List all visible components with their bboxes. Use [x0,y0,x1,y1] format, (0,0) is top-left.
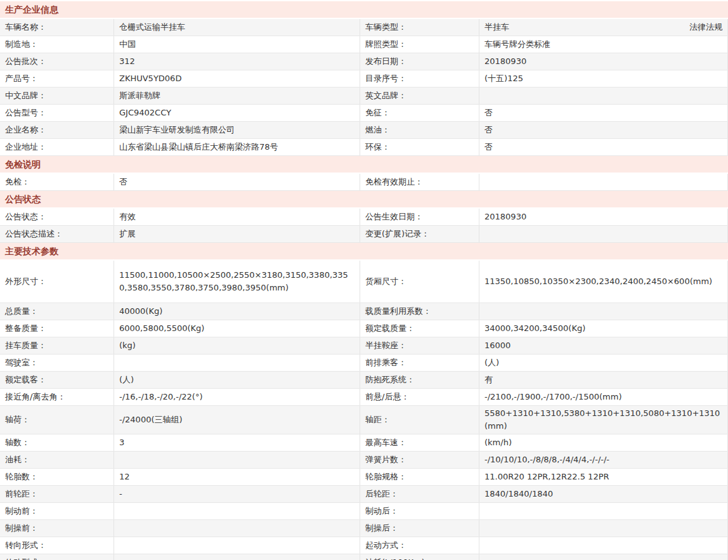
cell-text: 否 [484,124,493,136]
field-label: 制造地： [0,36,114,53]
field-label: 公告型号： [0,105,114,121]
cell-text: 后轮距： [365,488,398,500]
field-label: 弹簧片数： [360,452,479,468]
field-value [114,355,360,371]
field-label: 环保： [360,139,479,155]
field-label: 轴荷： [0,406,114,434]
field-label: 制操前： [0,520,114,537]
field-label: 后轮距： [360,486,479,502]
cell-text: 中文品牌： [5,89,46,102]
field-label: 转向形式： [0,537,114,554]
legal-link[interactable]: 法律法规 [689,21,722,34]
cell-text: 公告状态： [5,211,46,223]
cell-text: (km/h) [484,436,512,449]
field-label: 轴数： [0,434,114,451]
vehicle-info-table: 生产企业信息车辆名称：仓栅式运输半挂车车辆类型：半挂车法律法规制造地：中国牌照类… [0,0,728,560]
field-value [479,503,728,519]
table-row: 油耗：弹簧片数：-/10/10/10,-/8/8/8,-/4/4/4,-/-/-… [0,452,728,469]
field-value: 20180930 [479,53,728,70]
field-value: 半挂车法律法规 [479,19,728,36]
field-value: (人) [479,355,728,371]
field-value [479,520,728,537]
table-row: 产品号：ZKHUV5YD06D目录序号：(十五)125 [0,70,728,88]
table-row: 接近角/离去角：-/16,-/18,-/20,-/22(°)前悬/后悬：-/21… [0,389,728,406]
table-row: 挂车质量：(kg)半挂鞍座：16000 [0,337,728,355]
cell-text: 3 [119,436,124,449]
cell-text: 总质量： [5,305,38,318]
cell-text: 11350,10850,10350×2300,2340,2400,2450×60… [484,275,712,288]
cell-text: 否 [484,141,493,153]
field-label: 免检： [0,174,114,190]
cell-text: 英文品牌： [365,89,406,102]
field-label: 轮胎规格： [360,469,479,485]
cell-text: 驾驶室： [5,356,38,369]
cell-text: 接近角/离去角： [5,391,65,403]
table-row: 制造地：中国牌照类型：车辆号牌分类标准 [0,36,728,53]
cell-text: 制操前： [5,522,38,535]
cell-text: 企业地址： [5,141,46,153]
cell-text: 外形尺寸： [5,275,46,288]
table-row: 驾驶室：前排乘客：(人) [0,355,728,372]
section-title: 主要技术参数 [5,246,58,256]
field-value: 16000 [479,337,728,354]
section: 免检说明免检：否免检有效期止： [0,156,728,191]
field-label: 企业名称： [0,122,114,138]
cell-text: 变更(扩展)记录： [365,228,429,240]
table-row: 公告批次：312发布日期：20180930 [0,53,728,70]
cell-text: 公告批次： [5,55,46,68]
table-row: 额定载客：(人)防抱死系统：有 [0,372,728,389]
table-row: 转向形式：起动方式： [0,537,728,554]
cell-text: 20180930 [484,55,526,68]
field-label: 额定载客： [0,372,114,388]
table-row: 整备质量：6000,5800,5500(Kg)额定载质量：34000,34200… [0,320,728,337]
cell-text: (十五)125 [484,72,523,85]
field-value: 梁山新宇车业研发制造有限公司 [114,122,360,138]
section-title: 生产企业信息 [5,4,58,15]
field-label: 公告生效日期： [360,209,479,225]
table-row: 制操前：制操后： [0,520,728,537]
field-value [114,503,360,519]
cell-text: (人) [119,374,134,386]
cell-text: 前轮距： [5,488,38,500]
field-value [479,174,728,190]
table-row: 公告状态描述：扩展变更(扩展)记录： [0,226,728,243]
cell-text: 弹簧片数： [365,453,406,466]
field-value: 仓栅式运输半挂车 [114,19,360,36]
field-value [479,88,728,104]
field-value: -/2100,-/1900,-/1700,-/1500(mm) [479,389,728,405]
cell-text: 中国 [119,38,136,51]
cell-text: 轴距： [365,413,390,426]
field-label: 公告状态描述： [0,226,114,242]
cell-text: -/2100,-/1900,-/1700,-/1500(mm) [484,391,622,403]
cell-text: 目录序号： [365,72,406,85]
field-label: 车辆类型： [360,19,479,36]
field-label: 免征： [360,105,479,121]
cell-text: -/10/10/10,-/8/8/8,-/4/4/4,-/-/-/- [484,453,609,466]
field-value: -/10/10/10,-/8/8/8,-/4/4/4,-/-/-/- [479,452,728,468]
field-value [479,537,728,554]
field-label: 企业地址： [0,139,114,155]
field-label: 变更(扩展)记录： [360,226,479,242]
cell-text: 车辆名称： [5,21,46,34]
field-value: 否 [479,105,728,121]
section-header: 免检说明 [0,156,728,174]
field-value: 扩展 [114,226,360,242]
field-label: 公告状态： [0,209,114,225]
cell-text: 企业名称： [5,124,46,136]
cell-text: (人) [484,356,499,369]
field-value: (km/h) [479,434,728,451]
cell-text: 312 [119,55,135,68]
section-header: 主要技术参数 [0,243,728,261]
cell-text: 载质量利用系数： [365,305,431,318]
field-label: 载质量利用系数： [360,303,479,320]
field-value: 312 [114,53,360,70]
section-title: 免检说明 [5,159,41,169]
section: 生产企业信息车辆名称：仓栅式运输半挂车车辆类型：半挂车法律法规制造地：中国牌照类… [0,1,728,156]
field-label: 接近角/离去角： [0,389,114,405]
cell-text: 扩展 [119,228,136,240]
cell-text: -/16,-/18,-/20,-/22(°) [119,391,203,403]
cell-text: 制动前： [5,505,38,518]
cell-text: 免检： [5,176,30,188]
field-label: 车辆名称： [0,19,114,36]
field-value: 否 [479,139,728,155]
